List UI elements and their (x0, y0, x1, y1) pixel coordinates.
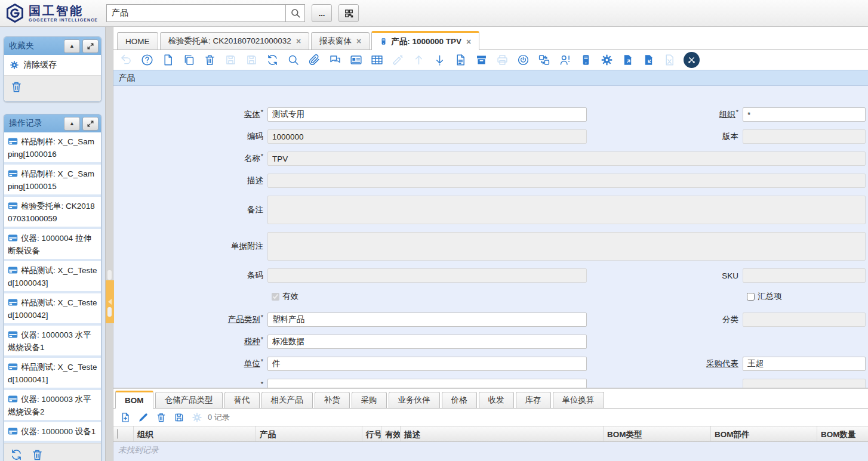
save-icon[interactable] (173, 412, 184, 423)
close-icon[interactable]: × (466, 38, 471, 46)
detail-tab-replenishment[interactable]: 补货 (315, 392, 350, 408)
close-icon[interactable]: × (356, 37, 361, 45)
grid-view-icon[interactable] (370, 54, 383, 67)
delete-icon[interactable] (155, 412, 167, 423)
record-card-icon (8, 363, 18, 374)
search-icon[interactable] (285, 4, 305, 22)
trash-icon[interactable] (10, 81, 23, 93)
new-document-icon[interactable] (161, 54, 174, 67)
close-icon[interactable]: × (296, 37, 301, 45)
active-checkbox (272, 293, 279, 301)
uom-label[interactable]: 单位 (113, 358, 267, 369)
comments-icon[interactable] (328, 54, 341, 67)
record-count: 0 记录 (208, 412, 230, 423)
more-options-button[interactable]: ... (312, 4, 332, 22)
tax-input[interactable] (267, 335, 587, 349)
person-alert-icon[interactable] (558, 54, 571, 67)
expand-icon[interactable] (82, 117, 99, 131)
history-item[interactable]: 仪器: 1000000 设备1 (4, 422, 101, 443)
refresh-icon[interactable] (10, 448, 23, 461)
detail-tab-business-partner[interactable]: 业务伙伴 (389, 392, 440, 408)
history-item[interactable]: 检验委托单: CK201807031000059 (4, 197, 101, 229)
attachment-icon[interactable] (307, 54, 321, 67)
tab-inspection-order[interactable]: 检验委托单: CK201807021000032× (160, 32, 310, 49)
tab-home[interactable]: HOME (117, 32, 158, 49)
column-header[interactable]: BOM类型 (604, 426, 711, 441)
help-icon[interactable] (140, 54, 153, 67)
power-icon[interactable] (516, 54, 530, 67)
detail-tab-bom[interactable]: BOM (115, 391, 153, 409)
history-item[interactable]: 仪器: 1000003 水平燃烧设备2 (4, 390, 101, 422)
purchase-rep-label[interactable]: 采购代表 (587, 358, 743, 369)
next-field-input[interactable] (267, 379, 587, 388)
column-header[interactable]: 组织 (134, 426, 256, 441)
delete-icon[interactable] (203, 54, 216, 67)
bom-table-header: 组织产品行号有效描述BOM类型BOM部件BOM数量 (113, 426, 868, 442)
global-search-input[interactable] (106, 4, 285, 22)
history-item[interactable]: 仪器: 1000003 水平燃烧设备1 (4, 326, 101, 358)
record-card-icon (8, 234, 18, 245)
settings-icon[interactable] (600, 54, 613, 67)
summary-checkbox[interactable] (747, 293, 755, 301)
detail-tab-receipt-dispatch[interactable]: 收发 (479, 392, 514, 408)
tab-label: 报表窗体 (319, 36, 352, 47)
detail-tab-related-products[interactable]: 相关产品 (261, 392, 313, 408)
collapse-sidebar-handle[interactable] (106, 280, 114, 323)
entity-input[interactable] (267, 107, 587, 122)
print-icon (495, 54, 509, 67)
add-record-icon[interactable] (119, 412, 131, 423)
category-label[interactable]: 产品类别 (113, 314, 267, 325)
code-input (267, 129, 587, 144)
collapse-icon[interactable]: ▲ (64, 39, 80, 53)
column-header[interactable]: 描述 (401, 426, 604, 441)
column-header[interactable]: 行号 (362, 426, 381, 441)
detail-tab-inventory[interactable]: 库存 (516, 392, 551, 408)
arrow-down-icon[interactable] (433, 54, 446, 67)
history-item[interactable]: 样品测试: X_C_Tested[1000041] (4, 358, 101, 390)
expand-icon[interactable] (82, 39, 99, 53)
select-all-checkbox[interactable] (117, 429, 118, 439)
mobile-device-icon[interactable] (579, 54, 592, 67)
archive-icon[interactable] (475, 54, 488, 67)
detail-tab-bar: BOM仓储产品类型替代相关产品补货采购业务伙伴价格收发库存单位换算 (113, 389, 868, 409)
tax-label[interactable]: 税种 (113, 336, 267, 347)
detail-tab-substitute[interactable]: 替代 (224, 392, 260, 408)
copy-icon[interactable] (182, 54, 195, 67)
qr-code-button[interactable] (338, 4, 359, 22)
collapse-icon[interactable]: ▲ (64, 117, 80, 131)
column-header[interactable]: 有效 (381, 426, 401, 441)
version-label: 版本 (587, 131, 743, 142)
detail-tab-uom-conversion[interactable]: 单位换算 (553, 392, 604, 408)
detail-tab-purchase[interactable]: 采购 (352, 392, 387, 408)
file-import-icon[interactable] (642, 54, 655, 67)
transfer-icon[interactable] (537, 54, 550, 67)
tab-product[interactable]: 产品: 1000000 TPV× (371, 31, 479, 50)
tab-report-window[interactable]: 报表窗体× (311, 32, 370, 49)
history-item[interactable]: 样品制样: X_C_Samping[1000015 (4, 165, 101, 197)
sidebar-splitter[interactable] (105, 27, 113, 461)
pdf-icon[interactable] (454, 54, 467, 67)
history-item[interactable]: 样品测试: X_C_Tested[1000042] (4, 293, 101, 326)
organization-label[interactable]: 组织 (587, 109, 743, 120)
card-view-icon[interactable] (349, 54, 362, 67)
column-header[interactable]: BOM部件 (711, 426, 817, 441)
entity-label[interactable]: 实体 (113, 109, 267, 120)
customize-icon[interactable] (684, 52, 700, 68)
detail-tab-price[interactable]: 价格 (442, 392, 477, 408)
column-header[interactable]: 产品 (256, 426, 362, 441)
category-input[interactable] (267, 313, 587, 327)
detail-tab-warehouse-product-type[interactable]: 仓储产品类型 (155, 392, 223, 408)
organization-input[interactable] (743, 107, 866, 122)
search-icon[interactable] (287, 54, 300, 67)
column-header[interactable]: BOM数量 (817, 426, 868, 441)
trash-icon[interactable] (31, 448, 44, 461)
uom-input[interactable] (267, 357, 587, 371)
history-item[interactable]: 样品测试: X_C_Tested[1000043] (4, 261, 101, 293)
file-export-icon[interactable] (621, 54, 634, 67)
clear-cache-item[interactable]: 清除缓存 (4, 55, 101, 75)
history-item[interactable]: 样品制样: X_C_Samping[1000016 (4, 132, 101, 165)
purchase-rep-input[interactable] (743, 357, 866, 371)
history-item[interactable]: 仪器: 1000004 拉伸断裂设备 (4, 229, 101, 261)
refresh-icon[interactable] (266, 54, 279, 67)
edit-pencil-icon[interactable] (137, 412, 149, 423)
